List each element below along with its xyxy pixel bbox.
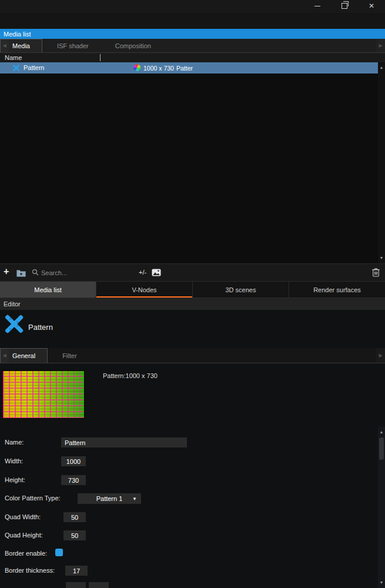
name-label: Name:	[5, 439, 24, 446]
dropdown-value: Pattern 1	[96, 495, 123, 502]
app-window: ✕ Media list ◀ Media ISF shader Composit…	[0, 0, 385, 588]
tabs-scroll-right-button[interactable]: ▶	[376, 39, 385, 52]
width-input[interactable]	[61, 456, 86, 466]
tab-isf-shader[interactable]: ISF shader	[45, 39, 101, 52]
plus-minus-button[interactable]: +/-	[139, 269, 146, 276]
border-enable-checkbox[interactable]	[55, 549, 63, 556]
quad-height-label: Quad Height:	[5, 532, 43, 539]
pattern-preview	[2, 370, 85, 419]
name-input[interactable]	[61, 437, 187, 447]
list-column-header: Name	[0, 53, 385, 62]
media-tabstrip: ◀ Media ISF shader Composition ▶	[0, 39, 385, 53]
color-pattern-type-dropdown[interactable]: Pattern 1 ▼	[78, 493, 141, 504]
column-name-label: Name	[5, 54, 22, 61]
quad-width-label: Quad Width:	[5, 513, 41, 520]
media-list-header-bar: Media list	[0, 29, 385, 39]
scrollbar-thumb[interactable]	[379, 437, 384, 460]
partial-input[interactable]	[66, 582, 86, 588]
list-scrollbar[interactable]: ▲ ▼	[378, 62, 385, 263]
color-wheel-icon	[133, 64, 140, 71]
row-name: Pattern	[24, 64, 44, 71]
tab-filter[interactable]: Filter	[51, 348, 88, 363]
preview-caption: Pattern:1000 x 730	[103, 372, 158, 379]
editor-tabs-scroll-left-button[interactable]: ◀	[0, 348, 9, 363]
search-input[interactable]	[40, 268, 130, 278]
row-size: 1000 x 730	[143, 65, 174, 72]
left-arrow-icon: ◀	[2, 43, 6, 48]
left-arrow-icon: ◀	[2, 353, 6, 358]
tab-v-nodes[interactable]: V-Nodes	[96, 282, 193, 298]
close-icon: ✕	[369, 2, 374, 9]
tab-3d-scenes[interactable]: 3D scenes	[193, 282, 289, 298]
color-pattern-type-label: Color Pattern Type:	[5, 495, 61, 502]
tab-composition[interactable]: Composition	[103, 39, 163, 52]
editor-scrollbar[interactable]: ▲ ▼	[378, 427, 385, 588]
scroll-down-icon[interactable]: ▼	[378, 580, 385, 586]
image-icon[interactable]	[152, 269, 161, 278]
pattern-icon	[4, 313, 25, 336]
quad-height-input[interactable]	[63, 530, 86, 540]
width-label: Width:	[5, 457, 23, 465]
tab-media-list[interactable]: Media list	[0, 282, 96, 298]
editor-title: Editor	[4, 300, 21, 308]
titlebar: ✕	[0, 0, 385, 13]
height-label: Height:	[5, 476, 25, 483]
media-list-title: Media list	[4, 31, 31, 38]
editor-item-title: Pattern	[28, 323, 53, 332]
maximize-button[interactable]	[331, 0, 358, 12]
add-media-button[interactable]: +	[4, 267, 9, 276]
media-list-row-pattern[interactable]: Pattern 1000 x 730 Patter	[0, 62, 378, 74]
scroll-up-icon[interactable]: ▲	[378, 65, 385, 71]
restore-icon	[342, 3, 347, 9]
scroll-down-icon[interactable]: ▼	[378, 255, 385, 261]
chevron-down-icon: ▼	[132, 496, 137, 502]
pattern-item-icon	[12, 64, 20, 73]
border-thickness-label: Border thickness:	[5, 567, 55, 574]
search-icon	[32, 269, 39, 277]
partial-input[interactable]	[89, 582, 109, 588]
right-arrow-icon: ▶	[379, 353, 382, 358]
height-input[interactable]	[61, 475, 86, 485]
border-enable-label: Border enable:	[5, 550, 47, 557]
editor-header-bar: Editor	[0, 298, 385, 310]
panel-switch-tabs: Media list V-Nodes 3D scenes Render surf…	[0, 281, 385, 298]
minimize-icon	[314, 6, 320, 6]
trash-icon[interactable]	[371, 268, 380, 278]
tabs-scroll-left-button[interactable]: ◀	[0, 39, 9, 52]
right-arrow-icon: ▶	[379, 43, 382, 48]
add-folder-icon[interactable]	[16, 269, 26, 278]
editor-tabs-scroll-right-button[interactable]: ▶	[376, 348, 385, 363]
media-list: Pattern 1000 x 730 Patter ▲ ▼	[0, 62, 385, 263]
border-thickness-input[interactable]	[65, 566, 88, 576]
quad-width-input[interactable]	[63, 512, 86, 522]
tab-render-surfaces[interactable]: Render surfaces	[289, 282, 385, 298]
row-type: Patter	[176, 65, 193, 72]
editor-tabstrip: ◀ General Filter ▶	[0, 348, 385, 363]
minimize-button[interactable]	[304, 0, 331, 12]
close-button[interactable]: ✕	[358, 0, 385, 12]
media-toolbar: + +/-	[0, 263, 385, 281]
scroll-up-icon[interactable]: ▲	[378, 429, 385, 435]
column-resize-handle[interactable]	[100, 54, 101, 61]
